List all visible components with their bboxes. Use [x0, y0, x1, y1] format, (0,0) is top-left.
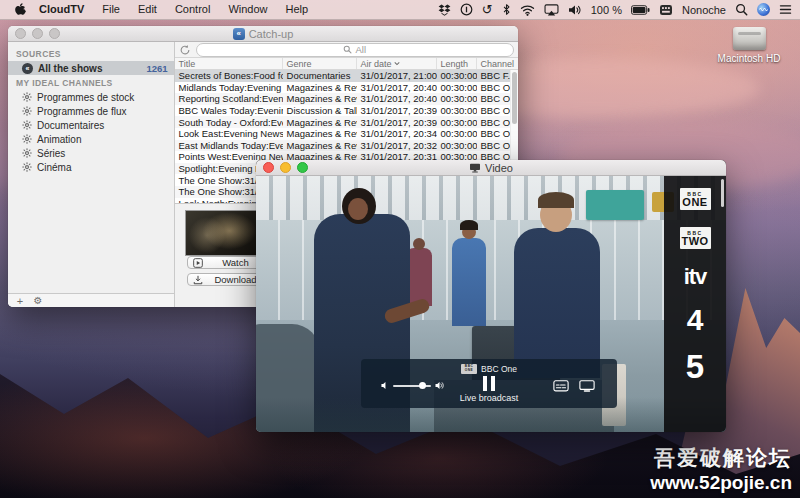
siri-icon[interactable] [757, 3, 770, 16]
bbc-one-mini-logo: BBC ONE [461, 364, 477, 374]
table-row[interactable]: Midlands Today:Evening New... Magazines … [175, 82, 518, 94]
zoom-button[interactable] [49, 28, 60, 39]
column-air-date[interactable]: Air date [357, 58, 437, 69]
sidebar-settings-button[interactable]: ⚙ [31, 295, 45, 307]
channel-itv[interactable]: itv [684, 266, 707, 288]
watermark: 吾爱破解论坛 www.52pojie.cn [650, 444, 792, 494]
input-source-icon[interactable] [659, 4, 673, 16]
close-button[interactable] [15, 28, 26, 39]
status-circle-icon[interactable] [460, 3, 473, 16]
pause-button[interactable] [483, 376, 495, 391]
rail-scrollbar[interactable] [721, 179, 724, 207]
column-title[interactable]: Title [175, 58, 283, 69]
column-genre[interactable]: Genre [283, 58, 357, 69]
volume-slider[interactable] [393, 385, 431, 387]
cell-air-date: 31/01/2017, 20:40 [357, 82, 437, 94]
menu-bar-status: ↺ 100 % Nonoche [438, 3, 800, 16]
watermark-line2: www.52pojie.cn [650, 472, 792, 494]
volume-icon[interactable] [568, 4, 582, 16]
close-button[interactable] [263, 162, 274, 173]
volume-control[interactable] [381, 381, 445, 390]
column-channel[interactable]: Channel [477, 58, 518, 69]
table-row[interactable]: BBC Wales Today:Evening Ne... Discussion… [175, 105, 518, 117]
channel-label: Documentaires [37, 120, 104, 131]
sidebar-item-channel[interactable]: Programmes de stock [8, 90, 174, 104]
catchup-toolbar: All [175, 42, 518, 58]
menu-edit[interactable]: Edit [129, 0, 166, 19]
cell-length: 00:30:00 [437, 140, 477, 152]
subtitles-icon[interactable] [553, 380, 569, 392]
menu-help[interactable]: Help [277, 0, 318, 19]
apple-menu-icon[interactable] [14, 3, 26, 16]
overlay-right-controls [553, 380, 595, 392]
spotlight-search-icon[interactable] [735, 3, 748, 16]
column-length[interactable]: Length [437, 58, 477, 69]
channel-four[interactable]: 4 [687, 305, 704, 335]
cell-air-date: 31/01/2017, 21:00 [357, 70, 437, 82]
airplay-display-icon[interactable] [579, 380, 595, 392]
my-ideal-channels-header: MY IDEAL CHANNELS [8, 75, 174, 90]
dropbox-icon[interactable] [438, 4, 451, 16]
sidebar-item-all-shows[interactable]: « All the shows 1261 [8, 61, 174, 75]
volume-min-icon[interactable] [381, 381, 389, 390]
menu-control[interactable]: Control [166, 0, 219, 19]
sidebar-item-channel[interactable]: Cinéma [8, 160, 174, 174]
channel-five[interactable]: 5 [686, 352, 704, 382]
search-input[interactable]: All [196, 43, 514, 57]
sources-sidebar: SOURCES « All the shows 1261 MY IDEAL CH… [8, 42, 175, 307]
battery-icon[interactable] [631, 5, 650, 15]
table-header: Title Genre Air date Length Channel [175, 58, 518, 70]
sources-header: SOURCES [8, 46, 174, 61]
cell-air-date: 31/01/2017, 20:40 [357, 93, 437, 105]
search-placeholder: All [355, 44, 366, 55]
table-row[interactable]: Look East:Evening News, 31/... Magazines… [175, 128, 518, 140]
video-window-icon [469, 163, 481, 173]
app-menu-cloudtv[interactable]: CloudTV [30, 0, 93, 19]
video-window: Video BBC ONE [256, 160, 726, 432]
sidebar-item-channel[interactable]: Documentaires [8, 118, 174, 132]
user-menu[interactable]: Nonoche [682, 4, 726, 16]
menu-file[interactable]: File [93, 0, 129, 19]
battery-percentage: 100 % [591, 4, 622, 16]
sidebar-item-channel[interactable]: Programmes de flux [8, 104, 174, 118]
channel-bbc-one[interactable]: BBC ONE [680, 188, 711, 210]
add-source-button[interactable]: + [13, 295, 27, 307]
menu-window[interactable]: Window [219, 0, 276, 19]
scene-man [514, 228, 600, 378]
table-row[interactable]: South Today - Oxford:Evenin... Magazines… [175, 116, 518, 128]
macintosh-hd-icon[interactable]: Macintosh HD [714, 27, 784, 64]
bluetooth-icon[interactable] [502, 3, 511, 16]
sidebar-item-channel[interactable]: Séries [8, 146, 174, 160]
table-row[interactable]: East Midlands Today:Evening... Magazines… [175, 140, 518, 152]
time-machine-icon[interactable]: ↺ [482, 3, 493, 16]
table-row[interactable]: Secrets of Bones:Food for Th... Document… [175, 70, 518, 82]
cell-length: 00:30:00 [437, 70, 477, 82]
catchup-titlebar[interactable]: « Catch-up [8, 26, 518, 42]
volume-max-icon[interactable] [435, 381, 445, 390]
minimize-button[interactable] [280, 162, 291, 173]
notification-center-icon[interactable] [779, 4, 792, 15]
video-frame[interactable]: BBC ONE BBC TWO itv 4 5 BBC ONE [256, 176, 726, 432]
playback-overlay: BBC ONE BBC One Live broadcast [361, 359, 617, 408]
sidebar-item-channel[interactable]: Animation [8, 132, 174, 146]
cell-title: Midlands Today:Evening New... [175, 82, 283, 94]
minimize-button[interactable] [32, 28, 43, 39]
cell-length: 00:30:00 [437, 105, 477, 117]
table-row[interactable]: Reporting Scotland:Evening... Magazines … [175, 93, 518, 105]
sort-descending-icon [394, 61, 400, 66]
video-titlebar[interactable]: Video [256, 160, 726, 176]
zoom-button[interactable] [297, 162, 308, 173]
channel-name: BBC One [481, 364, 517, 374]
bbc-two-label: TWO [680, 236, 711, 247]
channel-bbc-two[interactable]: BBC TWO [680, 227, 711, 249]
airplay-icon[interactable] [544, 4, 559, 16]
scrollbar-thumb[interactable] [512, 72, 517, 124]
cell-genre: Magazines & Revi... [283, 82, 357, 94]
window-title: Video [469, 162, 513, 174]
wifi-icon[interactable] [520, 4, 535, 16]
menu-bar-left: CloudTV File Edit Control Window Help [0, 0, 317, 19]
cell-air-date: 31/01/2017, 20:34 [357, 128, 437, 140]
cell-genre: Documentaries [283, 70, 357, 82]
volume-knob[interactable] [419, 382, 426, 389]
refresh-icon[interactable] [179, 44, 191, 56]
